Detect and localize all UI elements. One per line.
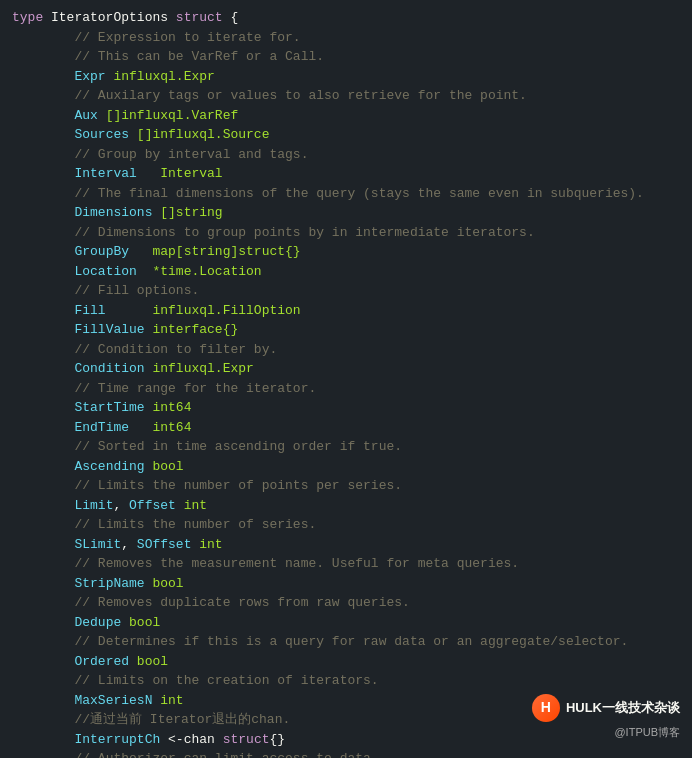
code-line: // Expression to iterate for.	[12, 28, 680, 48]
code-segment	[12, 498, 74, 513]
code-segment: Sources	[74, 127, 129, 142]
code-segment: InterruptCh	[74, 732, 160, 747]
code-segment	[12, 615, 74, 630]
code-line: // Authorizer can limit access to data	[12, 749, 680, 758]
code-segment	[12, 108, 74, 123]
code-segment: Dedupe	[74, 615, 121, 630]
code-segment: // The final dimensions of the query (st…	[12, 186, 644, 201]
code-line: // This can be VarRef or a Call.	[12, 47, 680, 67]
code-line: SLimit, SOffset int	[12, 535, 680, 555]
code-segment: {	[223, 10, 239, 25]
code-container: type IteratorOptions struct { // Express…	[0, 0, 692, 758]
code-segment: EndTime	[74, 420, 129, 435]
code-line: Ascending bool	[12, 457, 680, 477]
code-segment: Location	[74, 264, 136, 279]
code-segment: StartTime	[74, 400, 144, 415]
code-segment: Limit	[74, 498, 113, 513]
code-segment	[12, 127, 74, 142]
code-line: Dedupe bool	[12, 613, 680, 633]
code-segment: MaxSeriesN	[74, 693, 152, 708]
code-segment	[12, 459, 74, 474]
code-line: Limit, Offset int	[12, 496, 680, 516]
code-segment: // Dimensions to group points by in inte…	[12, 225, 535, 240]
code-segment: <-chan	[160, 732, 222, 747]
code-segment: Dimensions	[74, 205, 152, 220]
code-segment: // Determines if this is a query for raw…	[12, 634, 628, 649]
code-segment: bool	[145, 576, 184, 591]
code-segment: struct	[223, 732, 270, 747]
code-line: StartTime int64	[12, 398, 680, 418]
code-segment	[12, 264, 74, 279]
code-line: Interval Interval	[12, 164, 680, 184]
code-segment: StripName	[74, 576, 144, 591]
code-segment: Ascending	[74, 459, 144, 474]
code-line: Condition influxql.Expr	[12, 359, 680, 379]
code-line: // Dimensions to group points by in inte…	[12, 223, 680, 243]
code-line: // Sorted in time ascending order if tru…	[12, 437, 680, 457]
code-segment	[12, 322, 74, 337]
code-line: // Group by interval and tags.	[12, 145, 680, 165]
code-segment: Interval	[137, 166, 223, 181]
code-segment: // Removes duplicate rows from raw queri…	[12, 595, 410, 610]
code-line: FillValue interface{}	[12, 320, 680, 340]
code-segment: int	[152, 693, 183, 708]
code-line: // Limits the number of points per serie…	[12, 476, 680, 496]
code-line: // Determines if this is a query for raw…	[12, 632, 680, 652]
code-segment: Fill	[74, 303, 105, 318]
code-line: Location *time.Location	[12, 262, 680, 282]
code-segment	[12, 361, 74, 376]
code-segment: type	[12, 10, 51, 25]
code-segment: // Sorted in time ascending order if tru…	[12, 439, 402, 454]
code-line: Aux []influxql.VarRef	[12, 106, 680, 126]
code-line: Fill influxql.FillOption	[12, 301, 680, 321]
watermark-main: H HULK一线技术杂谈	[532, 694, 680, 722]
code-segment	[12, 537, 74, 552]
code-segment: Aux	[74, 108, 97, 123]
code-segment: *time.Location	[137, 264, 262, 279]
code-segment: // Fill options.	[12, 283, 199, 298]
code-segment: bool	[121, 615, 160, 630]
watermark: H HULK一线技术杂谈 @ITPUB博客	[532, 694, 680, 741]
code-line: GroupBy map[string]struct{}	[12, 242, 680, 262]
code-segment	[12, 303, 74, 318]
code-segment	[12, 693, 74, 708]
code-segment: SOffset	[137, 537, 192, 552]
code-segment: // Condition to filter by.	[12, 342, 277, 357]
code-segment: []influxql.Source	[129, 127, 269, 142]
code-line: // Limits the number of series.	[12, 515, 680, 535]
watermark-icon: H	[532, 694, 560, 722]
code-line: Sources []influxql.Source	[12, 125, 680, 145]
code-segment	[12, 69, 74, 84]
code-line: // Fill options.	[12, 281, 680, 301]
code-segment: ,	[121, 537, 137, 552]
code-segment: Ordered	[74, 654, 129, 669]
code-segment: // Authorizer can limit access to data	[12, 751, 371, 758]
code-line: // Limits on the creation of iterators.	[12, 671, 680, 691]
code-line: // Condition to filter by.	[12, 340, 680, 360]
code-segment: Interval	[74, 166, 136, 181]
code-segment: influxql.Expr	[106, 69, 215, 84]
code-segment: //通过当前 Iterator退出的chan.	[12, 712, 290, 727]
code-segment: IteratorOptions	[51, 10, 168, 25]
code-segment: Expr	[74, 69, 105, 84]
code-segment: []influxql.VarRef	[98, 108, 238, 123]
code-segment: Offset	[129, 498, 176, 513]
code-segment: // Limits on the creation of iterators.	[12, 673, 379, 688]
code-segment: interface{}	[145, 322, 239, 337]
code-line: // Removes the measurement name. Useful …	[12, 554, 680, 574]
code-segment	[12, 654, 74, 669]
code-segment: struct	[168, 10, 223, 25]
code-segment	[12, 420, 74, 435]
code-segment: bool	[129, 654, 168, 669]
code-line: StripName bool	[12, 574, 680, 594]
code-segment: ,	[113, 498, 129, 513]
code-segment	[12, 205, 74, 220]
code-segment	[12, 400, 74, 415]
code-line: EndTime int64	[12, 418, 680, 438]
code-segment: int64	[129, 420, 191, 435]
code-segment: // Removes the measurement name. Useful …	[12, 556, 519, 571]
code-segment: {}	[269, 732, 285, 747]
code-line: Dimensions []string	[12, 203, 680, 223]
code-segment: // This can be VarRef or a Call.	[12, 49, 324, 64]
code-segment	[12, 166, 74, 181]
